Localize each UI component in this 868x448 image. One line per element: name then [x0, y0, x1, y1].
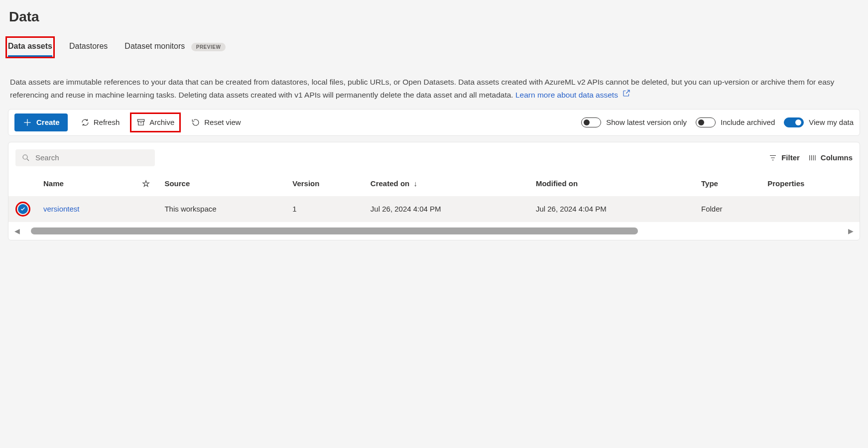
- archive-icon: [136, 118, 145, 127]
- row-type: Folder: [695, 196, 761, 222]
- description-text: Data assets are immutable references to …: [8, 56, 855, 109]
- search-icon: [21, 153, 30, 162]
- tab-dataset-monitors-label: Dataset monitors: [124, 42, 185, 50]
- filter-icon: [768, 153, 777, 162]
- row-created-on: Jul 26, 2024 4:04 PM: [365, 196, 530, 222]
- create-label: Create: [36, 118, 60, 126]
- learn-more-label: Learn more about data assets: [515, 91, 618, 99]
- scroll-right-icon[interactable]: ▶: [848, 227, 854, 235]
- tab-dataset-monitors[interactable]: Dataset monitors PREVIEW: [124, 39, 226, 56]
- col-created-on-label: Created on: [371, 179, 409, 188]
- search-input[interactable]: [35, 153, 149, 162]
- svg-point-1: [23, 155, 27, 159]
- include-archived-label: Include archived: [721, 118, 775, 126]
- learn-more-link[interactable]: Learn more about data assets: [515, 91, 631, 99]
- reset-view-label: Reset view: [204, 118, 241, 126]
- view-my-data-toggle[interactable]: [784, 117, 804, 127]
- toolbar: Create Refresh Archive Reset view Show l…: [8, 109, 860, 136]
- col-favorite[interactable]: ☆: [133, 172, 158, 196]
- include-archived-toggle[interactable]: [696, 117, 716, 127]
- refresh-label: Refresh: [94, 118, 120, 126]
- reset-view-button[interactable]: Reset view: [187, 115, 245, 130]
- tab-data-assets[interactable]: Data assets: [8, 39, 52, 56]
- plus-icon: [22, 117, 32, 127]
- col-version[interactable]: Version: [286, 172, 365, 196]
- scroll-track[interactable]: [24, 227, 844, 234]
- refresh-icon: [81, 118, 90, 127]
- row-version: 1: [286, 196, 365, 222]
- tab-datastores[interactable]: Datastores: [69, 39, 108, 56]
- table-row[interactable]: versiontest This workspace 1 Jul 26, 202…: [8, 196, 860, 222]
- external-link-icon: [622, 92, 631, 99]
- filter-label: Filter: [781, 153, 800, 162]
- scroll-left-icon[interactable]: ◀: [14, 227, 20, 235]
- scroll-thumb[interactable]: [31, 227, 638, 234]
- row-name-link[interactable]: versiontest: [43, 205, 80, 213]
- col-name[interactable]: Name: [37, 172, 133, 196]
- preview-badge: PREVIEW: [191, 43, 226, 51]
- svg-rect-0: [137, 119, 144, 121]
- page-title: Data: [8, 0, 860, 31]
- reset-view-icon: [191, 118, 200, 127]
- columns-label: Columns: [821, 153, 853, 162]
- checkmark-icon: [20, 206, 26, 212]
- col-properties[interactable]: Properties: [761, 172, 860, 196]
- data-assets-panel: Filter Columns Name ☆ Source Version Cre…: [8, 142, 860, 240]
- col-modified-on[interactable]: Modified on: [530, 172, 695, 196]
- show-latest-toggle[interactable]: [581, 117, 601, 127]
- col-select[interactable]: [8, 172, 37, 196]
- create-button[interactable]: Create: [14, 113, 68, 131]
- row-modified-on: Jul 26, 2024 4:04 PM: [530, 196, 695, 222]
- row-select-checkbox[interactable]: [18, 204, 28, 214]
- show-latest-label: Show latest version only: [606, 118, 687, 126]
- col-source[interactable]: Source: [158, 172, 286, 196]
- columns-icon: [808, 153, 817, 162]
- data-assets-table: Name ☆ Source Version Created on ↓ Modif…: [8, 172, 860, 222]
- columns-button[interactable]: Columns: [808, 153, 853, 162]
- tab-bar: Data assets Datastores Dataset monitors …: [8, 31, 860, 56]
- col-type[interactable]: Type: [695, 172, 761, 196]
- view-my-data-label: View my data: [809, 118, 854, 126]
- horizontal-scrollbar[interactable]: ◀ ▶: [8, 222, 860, 235]
- search-field[interactable]: [15, 149, 155, 166]
- row-properties: [761, 196, 860, 222]
- star-icon: ☆: [142, 179, 150, 189]
- description-body: Data assets are immutable references to …: [10, 78, 834, 99]
- filter-button[interactable]: Filter: [768, 153, 800, 162]
- row-source: This workspace: [158, 196, 286, 222]
- archive-button[interactable]: Archive: [132, 115, 178, 130]
- archive-label: Archive: [149, 118, 174, 126]
- col-created-on[interactable]: Created on ↓: [365, 172, 530, 196]
- sort-descending-icon: ↓: [413, 179, 417, 188]
- refresh-button[interactable]: Refresh: [77, 115, 124, 130]
